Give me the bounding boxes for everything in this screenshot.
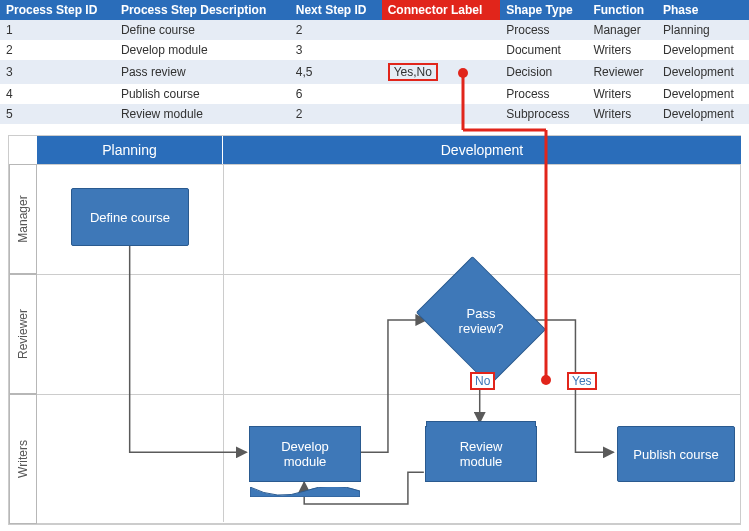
phase-development: Development — [223, 136, 742, 164]
table-row: 3Pass review4,5Yes,NoDecisionReviewerDev… — [0, 60, 749, 84]
lane-area — [37, 274, 740, 394]
document-icon — [250, 472, 360, 482]
table-row: 5Review module2SubprocessWritersDevelopm… — [0, 104, 749, 124]
shape-pass-review: Pass review? — [429, 274, 533, 368]
phase-divider — [223, 164, 224, 522]
shape-develop-module: Develop module — [249, 426, 361, 482]
condition-yes: Yes — [567, 372, 597, 390]
shape-review-module: Review module — [425, 426, 537, 482]
lane-writers: Writers — [9, 394, 37, 524]
col-function: Function — [587, 0, 657, 20]
shape-publish-course: Publish course — [617, 426, 735, 482]
connector-label-highlight: Yes,No — [388, 63, 438, 81]
lane-reviewer: Reviewer — [9, 274, 37, 394]
table-header-row: Process Step ID Process Step Description… — [0, 0, 749, 20]
lane-manager: Manager — [9, 164, 37, 274]
col-shape: Shape Type — [500, 0, 587, 20]
process-table: Process Step ID Process Step Description… — [0, 0, 749, 124]
col-next: Next Step ID — [290, 0, 382, 20]
col-phase: Phase — [657, 0, 749, 20]
phase-planning: Planning — [37, 136, 223, 164]
table-row: 4Publish course6ProcessWritersDevelopmen… — [0, 84, 749, 104]
col-desc: Process Step Description — [115, 0, 290, 20]
table-row: 2Develop module3DocumentWritersDevelopme… — [0, 40, 749, 60]
col-id: Process Step ID — [0, 0, 115, 20]
swimlane-diagram: Planning Development Manager Reviewer Wr… — [8, 135, 741, 525]
subprocess-icon — [426, 421, 536, 427]
table-row: 1Define course2ProcessManagerPlanning — [0, 20, 749, 40]
col-connector: Connector Label — [382, 0, 501, 20]
condition-no: No — [470, 372, 495, 390]
shape-define-course: Define course — [71, 188, 189, 246]
